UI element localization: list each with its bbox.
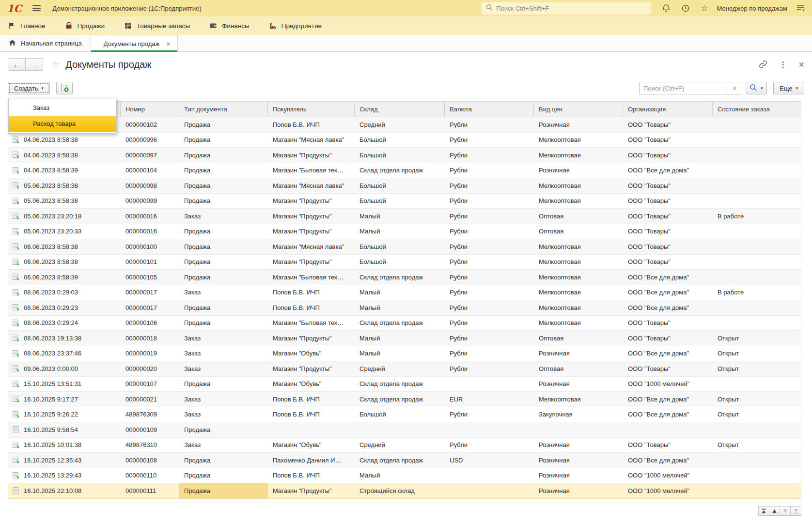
cell-warehouse[interactable]: Средний: [355, 117, 445, 132]
cell-type[interactable]: Продажа: [179, 224, 268, 239]
cell-currency[interactable]: Рубли: [445, 163, 534, 178]
column-header-3[interactable]: Покупатель: [268, 102, 355, 117]
cell-warehouse[interactable]: Склад отдела продаж: [355, 392, 445, 407]
table-row[interactable]: 16.10.2025 13:29:43000000110ПродажаПопов…: [8, 468, 801, 484]
cell-org[interactable]: ООО "Товары": [623, 438, 713, 453]
cell-type[interactable]: Продажа: [179, 422, 268, 437]
cell-customer[interactable]: Магазин "Мясная лавка": [268, 133, 355, 148]
cell-number[interactable]: 000000017: [121, 300, 179, 315]
cell-date[interactable]: 05.06.2023 8:58:38: [8, 178, 121, 193]
cell-warehouse[interactable]: Большой: [355, 178, 445, 193]
more-actions-kebab-icon[interactable]: ⋮: [779, 60, 787, 69]
cell-type[interactable]: Продажа: [179, 316, 268, 331]
cell-type[interactable]: Продажа: [179, 133, 268, 148]
cell-org[interactable]: ООО "Товары": [623, 194, 713, 209]
table-row[interactable]: 05.06.2023 23:20:33000000016ПродажаМагаз…: [8, 224, 801, 240]
cell-status[interactable]: Открыт: [713, 331, 801, 346]
cell-price_kind[interactable]: Розничная: [534, 483, 623, 498]
cell-price_kind[interactable]: Розничная: [534, 117, 623, 132]
cell-date[interactable]: 04.06.2023 8:58:39: [8, 163, 121, 178]
cell-date[interactable]: 15.10.2025 13:51:31: [8, 377, 121, 392]
cell-warehouse[interactable]: Большой: [355, 194, 445, 209]
table-row[interactable]: 08.06.2023 19:13:38000000018ЗаказМагазин…: [8, 331, 801, 346]
cell-status[interactable]: [713, 422, 801, 437]
cell-currency[interactable]: Рубли: [445, 117, 534, 132]
cell-status[interactable]: [713, 468, 801, 483]
cell-customer[interactable]: Попов Б.В. ИЧП: [268, 468, 355, 483]
cell-price_kind[interactable]: Мелкооптовая: [534, 392, 623, 407]
cell-date[interactable]: 16.10.2025 12:35:43: [8, 453, 121, 468]
cell-number[interactable]: 000000018: [121, 331, 179, 346]
cell-warehouse[interactable]: Склад отдела продаж: [355, 377, 445, 392]
list-search-input[interactable]: Поиск (Ctrl+F): [640, 82, 728, 94]
cell-org[interactable]: ООО "1000 мелочей": [623, 483, 713, 498]
cell-status[interactable]: [713, 300, 801, 315]
column-header-8[interactable]: Состояние заказа: [713, 102, 801, 117]
cell-price_kind[interactable]: Розничная: [534, 453, 623, 468]
cell-type[interactable]: Продажа: [179, 270, 268, 285]
cell-warehouse[interactable]: Строящийся склад: [355, 483, 445, 498]
cell-date[interactable]: 08.06.2023 0:29:24: [8, 316, 121, 331]
cell-org[interactable]: ООО "Товары": [623, 178, 713, 193]
cell-price_kind[interactable]: Закупочная: [534, 407, 623, 422]
create-menu-item-goods-issue[interactable]: Расход товара: [9, 116, 116, 132]
cell-currency[interactable]: [445, 422, 534, 437]
cell-customer[interactable]: Магазин "Продукты": [268, 331, 355, 346]
cell-date[interactable]: 06.06.2023 8:58:38: [8, 255, 121, 270]
forward-button[interactable]: →: [25, 58, 43, 71]
cell-org[interactable]: ООО "Товары": [623, 117, 713, 132]
cell-customer[interactable]: Магазин "Продукты": [268, 255, 355, 270]
column-header-1[interactable]: Номер: [121, 102, 179, 117]
cell-status[interactable]: [713, 163, 801, 178]
cell-warehouse[interactable]: Большой: [355, 255, 445, 270]
cell-number[interactable]: 000000099: [121, 194, 179, 209]
cell-customer[interactable]: Магазин "Продукты": [268, 194, 355, 209]
cell-org[interactable]: ООО "Все для дома": [623, 392, 713, 407]
cell-type[interactable]: Заказ: [179, 331, 268, 346]
cell-type[interactable]: Продажа: [179, 148, 268, 163]
cell-org[interactable]: ООО "Все для дома": [623, 407, 713, 422]
cell-date[interactable]: 16.10.2025 13:29:43: [8, 468, 121, 483]
cell-warehouse[interactable]: Склад отдела продаж: [355, 453, 445, 468]
cell-customer[interactable]: Пахоменко Даниил И…: [268, 453, 355, 468]
cell-date[interactable]: 06.06.2023 8:58:38: [8, 239, 121, 254]
cell-date[interactable]: 05.06.2023 23:20:18: [8, 209, 121, 224]
cell-number[interactable]: 489876309: [121, 407, 179, 422]
cell-type[interactable]: Продажа: [179, 239, 268, 254]
cell-warehouse[interactable]: Малый: [355, 285, 445, 300]
menu-item-finance[interactable]: Финансы: [209, 22, 250, 30]
cell-warehouse[interactable]: Большой: [355, 407, 445, 422]
cell-warehouse[interactable]: Малый: [355, 331, 445, 346]
cell-number[interactable]: 000000105: [121, 270, 179, 285]
cell-status[interactable]: Открыт: [713, 407, 801, 422]
cell-date[interactable]: 16.10.2025 9:58:54: [8, 422, 121, 437]
table-row[interactable]: 06.06.2023 8:58:39000000105ПродажаМагази…: [8, 270, 801, 285]
cell-warehouse[interactable]: Малый: [355, 209, 445, 224]
cell-warehouse[interactable]: Большой: [355, 239, 445, 254]
cell-type[interactable]: Продажа: [179, 377, 268, 392]
cell-number[interactable]: 000000101: [121, 255, 179, 270]
cell-number[interactable]: 000000107: [121, 377, 179, 392]
add-to-favorites-star-icon[interactable]: ☆: [52, 59, 60, 70]
column-header-7[interactable]: Организация: [623, 102, 713, 117]
cell-price_kind[interactable]: Оптовая: [534, 331, 623, 346]
cell-status[interactable]: Открыт: [713, 438, 801, 453]
tab-close-icon[interactable]: ×: [166, 40, 171, 48]
cell-customer[interactable]: [268, 422, 355, 437]
table-row[interactable]: 06.06.2023 8:58:38000000101ПродажаМагази…: [8, 255, 801, 270]
cell-customer[interactable]: Попов Б.В. ИЧП: [268, 407, 355, 422]
cell-status[interactable]: [713, 224, 801, 239]
cell-warehouse[interactable]: Склад отдела продаж: [355, 270, 445, 285]
table-row[interactable]: 05.06.2023 8:58:38000000099ПродажаМагази…: [8, 194, 801, 209]
cell-price_kind[interactable]: Мелкооптовая: [534, 133, 623, 148]
cell-currency[interactable]: Рубли: [445, 194, 534, 209]
cell-number[interactable]: 000000020: [121, 361, 179, 376]
cell-date[interactable]: 16.10.2025 9:17:27: [8, 392, 121, 407]
cell-price_kind[interactable]: Мелкооптовая: [534, 316, 623, 331]
cell-currency[interactable]: Рубли: [445, 209, 534, 224]
cell-status[interactable]: [713, 194, 801, 209]
hamburger-menu-icon[interactable]: [32, 5, 41, 11]
cell-number[interactable]: 489876310: [121, 438, 179, 453]
cell-number[interactable]: 000000106: [121, 316, 179, 331]
cell-number[interactable]: 000000097: [121, 148, 179, 163]
